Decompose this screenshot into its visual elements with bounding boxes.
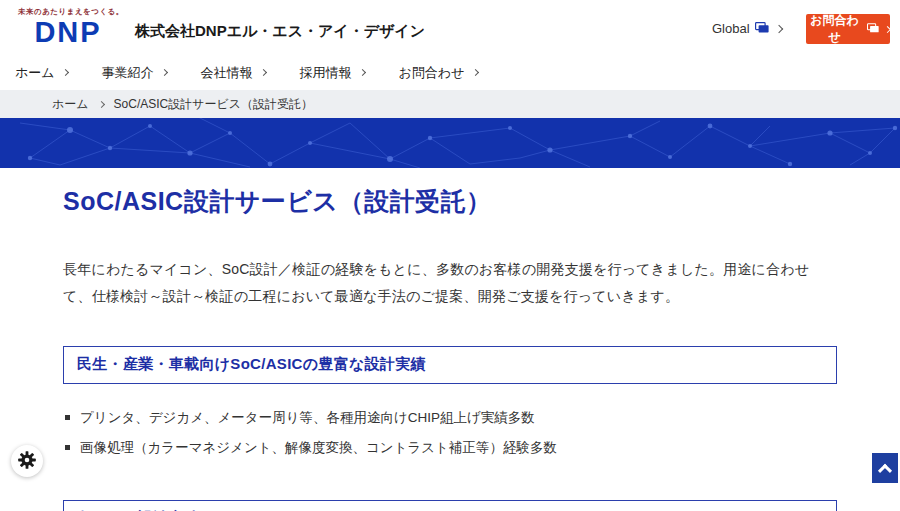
list-item: プリンタ、デジカメ、メーター周り等、各種用途向けCHIP組上げ実績多数 xyxy=(63,408,837,428)
global-link-label: Global xyxy=(712,21,750,36)
external-window-icon xyxy=(867,22,879,36)
chevron-up-icon xyxy=(878,464,892,478)
chevron-right-icon xyxy=(774,24,782,32)
page: 未来のあたりまえをつくる。 DNP 株式会社DNPエル・エス・アイ・デザイン G… xyxy=(0,0,900,511)
dnp-logo[interactable]: 未来のあたりまえをつくる。 DNP xyxy=(18,7,118,47)
nav-item-contact[interactable]: お問合わせ xyxy=(399,64,478,82)
chevron-right-icon xyxy=(260,69,267,76)
nav-item-recruit[interactable]: 採用情報 xyxy=(300,64,365,82)
section-heading-box-ip-record: 各種IPの設計実績 xyxy=(63,500,837,511)
nav-item-business[interactable]: 事業紹介 xyxy=(102,64,167,82)
breadcrumb: ホーム SoC/ASIC設計サービス（設計受託） xyxy=(0,90,900,118)
chevron-right-icon xyxy=(62,69,69,76)
nav-item-label: お問合わせ xyxy=(399,64,465,82)
nav-item-label: 会社情報 xyxy=(201,64,253,82)
chevron-right-icon xyxy=(884,26,891,33)
nav-item-label: ホーム xyxy=(15,64,55,82)
site-header: 未来のあたりまえをつくる。 DNP 株式会社DNPエル・エス・アイ・デザイン G… xyxy=(0,0,900,55)
back-to-top-button[interactable] xyxy=(872,453,898,483)
nav-item-label: 採用情報 xyxy=(300,64,352,82)
nav-item-label: 事業紹介 xyxy=(102,64,154,82)
chevron-right-icon xyxy=(161,69,168,76)
contact-button-label: お問合わせ xyxy=(806,12,863,46)
main-content: SoC/ASIC設計サービス（設計受託） 長年にわたるマイコン、SoC設計／検証… xyxy=(0,168,900,511)
bullet-list: プリンタ、デジカメ、メーター周り等、各種用途向けCHIP組上げ実績多数 画像処理… xyxy=(63,408,837,458)
main-nav: ホーム 事業紹介 会社情報 採用情報 お問合わせ xyxy=(0,55,900,90)
breadcrumb-separator-icon xyxy=(98,100,105,107)
company-name: 株式会社DNPエル・エス・アイ・デザイン xyxy=(135,22,425,41)
network-pattern-graphic xyxy=(0,118,900,168)
list-item: 画像処理（カラーマネジメント、解像度変換、コントラスト補正等）経験多数 xyxy=(63,438,837,458)
breadcrumb-home[interactable]: ホーム xyxy=(52,96,89,113)
breadcrumb-current: SoC/ASIC設計サービス（設計受託） xyxy=(114,96,314,113)
section-heading: 民生・産業・車載向けSoC/ASICの豊富な設計実績 xyxy=(77,355,823,374)
chevron-right-icon xyxy=(359,69,366,76)
contact-button[interactable]: お問合わせ xyxy=(806,14,890,44)
dnp-logo-text: DNP xyxy=(18,17,118,47)
page-title: SoC/ASIC設計サービス（設計受託） xyxy=(63,185,837,218)
chevron-right-icon xyxy=(471,69,478,76)
hero-banner xyxy=(0,118,900,168)
nav-item-home[interactable]: ホーム xyxy=(15,64,68,82)
nav-item-company[interactable]: 会社情報 xyxy=(201,64,266,82)
intro-paragraph: 長年にわたるマイコン、SoC設計／検証の経験をもとに、多数のお客様の開発支援を行… xyxy=(63,256,837,311)
section-heading-box-design-record: 民生・産業・車載向けSoC/ASICの豊富な設計実績 xyxy=(63,346,837,384)
global-link[interactable]: Global xyxy=(712,21,782,36)
gear-icon xyxy=(17,450,37,473)
external-window-icon xyxy=(755,21,769,36)
accessibility-settings-button[interactable] xyxy=(11,445,43,477)
